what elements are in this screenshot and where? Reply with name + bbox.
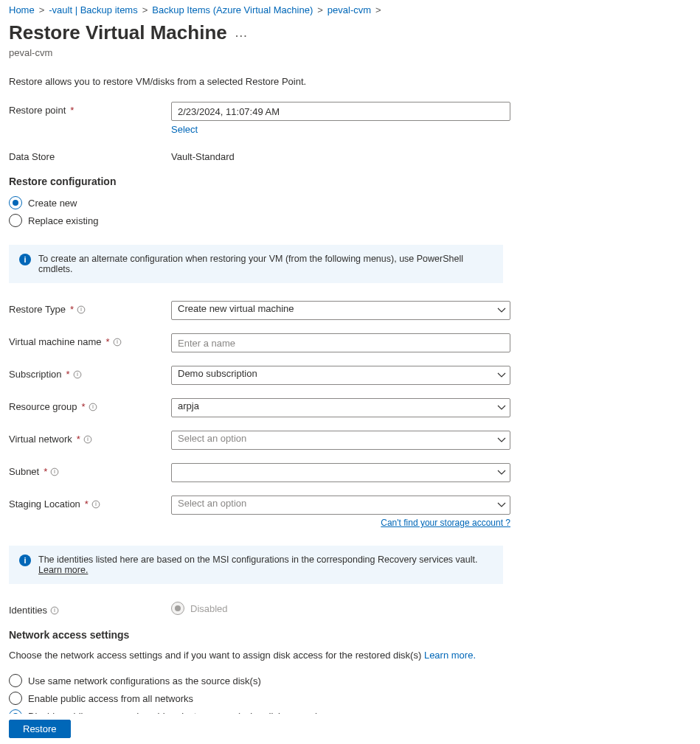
vnet-select[interactable]: Select an option (171, 431, 510, 450)
identities-disabled-label: Disabled (190, 603, 228, 614)
required-star: * (66, 369, 70, 380)
required-star: * (44, 466, 47, 477)
required-star: * (70, 105, 74, 116)
subnet-label: Subnet (9, 466, 39, 477)
vnet-placeholder: Select an option (178, 433, 246, 444)
staging-location-placeholder: Select an option (178, 498, 246, 509)
info-icon: i (19, 254, 31, 265)
required-star: * (85, 498, 89, 510)
info-box-powershell: i To create an alternate configuration w… (9, 245, 503, 283)
chevron-right-icon: > (317, 4, 323, 15)
chevron-right-icon: > (142, 4, 148, 15)
page-title: Restore Virtual Machine (9, 21, 227, 44)
required-star: * (82, 401, 86, 412)
footer-bar: Restore (0, 714, 700, 744)
vm-name-label: Virtual machine name (9, 336, 102, 347)
info-box-text: To create an alternate configuration whe… (38, 254, 493, 274)
info-icon[interactable]: i (113, 338, 122, 347)
required-star: * (77, 434, 80, 445)
info-icon[interactable]: i (73, 370, 82, 379)
chevron-right-icon: > (375, 4, 381, 15)
info-icon[interactable]: i (91, 500, 100, 509)
svg-text:i: i (80, 307, 82, 312)
restore-type-label: Restore Type (9, 304, 66, 315)
restore-point-label: Restore point (9, 105, 66, 116)
staging-location-label: Staging Location (9, 498, 80, 510)
network-settings-desc: Choose the network access settings and i… (9, 650, 421, 661)
data-store-value: Vault-Standard (171, 148, 510, 162)
restore-button[interactable]: Restore (9, 720, 71, 738)
vnet-label: Virtual network (9, 434, 72, 445)
info-box-identities-text: The identities listed here are based on … (38, 554, 477, 565)
radio-public-access-label: Enable public access from all networks (28, 693, 193, 704)
svg-text:i: i (87, 437, 89, 442)
info-icon[interactable]: i (50, 606, 59, 615)
restore-type-value: Create new virtual machine (178, 303, 294, 314)
subscription-value: Demo subscription (178, 368, 257, 379)
radio-same-network-label: Use same network configurations as the s… (28, 675, 261, 686)
radio-icon (9, 692, 22, 705)
radio-icon (9, 214, 22, 227)
resource-group-select[interactable]: arpja (171, 398, 510, 417)
identities-learn-more-link[interactable]: Learn more. (38, 565, 88, 575)
svg-text:i: i (55, 469, 56, 474)
info-icon[interactable]: i (77, 305, 86, 314)
info-icon[interactable]: i (89, 403, 97, 411)
radio-public-access[interactable]: Enable public access from all networks (9, 692, 673, 705)
identities-label: Identities (9, 605, 47, 616)
radio-replace-existing[interactable]: Replace existing (9, 214, 673, 227)
radio-icon (171, 602, 184, 615)
breadcrumb-peval-cvm[interactable]: peval-cvm (328, 4, 371, 15)
radio-same-network[interactable]: Use same network configurations as the s… (9, 674, 673, 687)
radio-create-new-label: Create new (28, 198, 77, 209)
breadcrumb-home[interactable]: Home (9, 4, 35, 15)
restore-configuration-heading: Restore configuration (9, 175, 673, 187)
staging-location-select[interactable]: Select an option (171, 496, 510, 515)
vm-name-input[interactable] (171, 333, 510, 352)
restore-point-input[interactable] (171, 102, 510, 121)
network-settings-heading: Network access settings (9, 629, 673, 641)
info-box-identities: i The identities listed here are based o… (9, 546, 503, 584)
storage-account-link[interactable]: Can't find your storage account ? (171, 518, 510, 528)
resource-group-label: Resource group (9, 401, 77, 412)
svg-text:i: i (92, 404, 94, 409)
select-restore-point-link[interactable]: Select (171, 124, 198, 135)
breadcrumb: Home > -vault | Backup items > Backup It… (9, 4, 673, 15)
radio-icon (9, 674, 22, 687)
subscription-label: Subscription (9, 369, 62, 380)
svg-text:i: i (95, 501, 97, 507)
data-store-label: Data Store (9, 151, 55, 162)
subnet-select[interactable] (171, 463, 510, 482)
radio-create-new[interactable]: Create new (9, 196, 673, 209)
info-icon: i (19, 554, 31, 566)
radio-icon (9, 196, 22, 209)
more-icon[interactable]: … (235, 25, 248, 41)
network-learn-more-link[interactable]: Learn more. (424, 650, 476, 661)
svg-text:i: i (54, 608, 55, 613)
page-subtitle: peval-cvm (9, 47, 673, 58)
svg-text:i: i (117, 339, 118, 344)
subscription-select[interactable]: Demo subscription (171, 366, 510, 385)
breadcrumb-backup-items[interactable]: Backup Items (Azure Virtual Machine) (152, 4, 313, 15)
info-icon[interactable]: i (83, 435, 92, 444)
page-description: Restore allows you to restore VM/disks f… (9, 76, 673, 87)
restore-type-select[interactable]: Create new virtual machine (171, 301, 510, 320)
radio-replace-existing-label: Replace existing (28, 215, 98, 226)
required-star: * (70, 304, 74, 315)
breadcrumb-vault[interactable]: -vault | Backup items (49, 4, 137, 15)
chevron-right-icon: > (39, 4, 45, 15)
required-star: * (106, 336, 110, 347)
resource-group-value: arpja (178, 400, 199, 411)
info-icon[interactable]: i (50, 467, 59, 476)
svg-text:i: i (77, 372, 78, 377)
